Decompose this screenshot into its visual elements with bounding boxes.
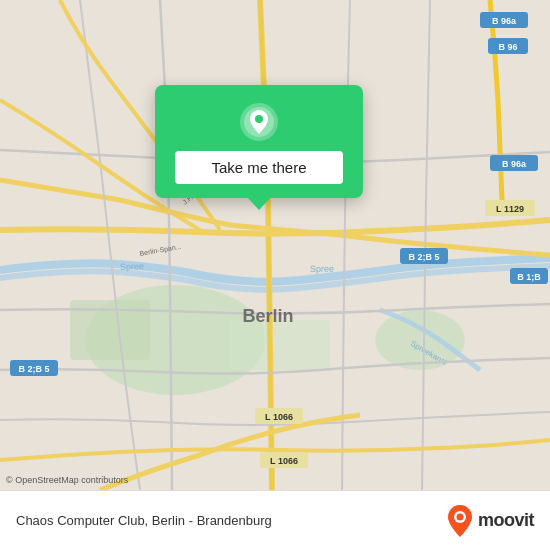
svg-point-32 — [255, 115, 263, 123]
svg-rect-4 — [230, 320, 330, 370]
svg-text:B 2;B 5: B 2;B 5 — [408, 252, 439, 262]
bottom-bar: Chaos Computer Club, Berlin - Brandenbur… — [0, 490, 550, 550]
svg-text:L 1066: L 1066 — [270, 456, 298, 466]
svg-text:Spree: Spree — [120, 261, 144, 272]
moovit-pin-icon — [446, 504, 474, 538]
svg-text:B 2;B 5: B 2;B 5 — [18, 364, 49, 374]
location-label: Chaos Computer Club, Berlin - Brandenbur… — [16, 513, 446, 528]
svg-text:B 1;B: B 1;B — [517, 272, 541, 282]
svg-text:B 96a: B 96a — [502, 159, 527, 169]
svg-point-34 — [456, 513, 463, 520]
svg-text:© OpenStreetMap contributors: © OpenStreetMap contributors — [6, 475, 129, 485]
moovit-brand-text: moovit — [478, 510, 534, 531]
location-pin-icon — [240, 103, 278, 141]
svg-text:L 1129: L 1129 — [496, 204, 524, 214]
moovit-logo: moovit — [446, 504, 534, 538]
svg-text:L 1066: L 1066 — [265, 412, 293, 422]
svg-text:Berlin: Berlin — [242, 306, 293, 326]
svg-text:B 96: B 96 — [498, 42, 517, 52]
take-me-there-button[interactable]: Take me there — [175, 151, 343, 184]
map-container: Spree Spree Spreekanal — [0, 0, 550, 490]
map-popup: Take me there — [155, 85, 363, 198]
svg-text:Spree: Spree — [310, 264, 334, 274]
svg-text:B 96a: B 96a — [492, 16, 517, 26]
